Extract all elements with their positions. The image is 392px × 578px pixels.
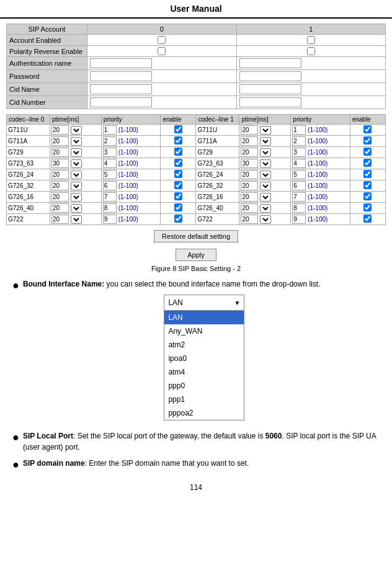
ptime2-input-2[interactable] [241, 148, 258, 157]
ptime2-select-6[interactable]: ▼ [260, 193, 271, 202]
account-enabled-cb1[interactable] [236, 35, 386, 46]
codec2-priority-8[interactable]: (1-100) [291, 214, 350, 225]
checkbox-account-enabled-1[interactable] [307, 36, 315, 44]
enable2-cb-4[interactable] [363, 170, 372, 178]
codec-priority-4[interactable]: (1-100) [101, 169, 161, 180]
ptime2-input-1[interactable] [241, 136, 258, 146]
codec2-priority-7[interactable]: (1-100) [291, 203, 350, 214]
codec2-ptime-0[interactable]: ▼ [239, 125, 291, 136]
polarity-cb0[interactable] [87, 46, 237, 57]
ptime2-select-8[interactable]: ▼ [260, 215, 271, 224]
dropdown-item-0[interactable]: LAN [164, 311, 244, 324]
enable-cb-3[interactable] [174, 159, 182, 167]
codec-priority-1[interactable]: (1-100) [101, 136, 161, 147]
cid-number-input0[interactable] [87, 96, 237, 109]
apply-button[interactable]: Apply [176, 249, 216, 261]
codec2-enable-0[interactable] [350, 125, 385, 136]
codec2-ptime-5[interactable]: ▼ [239, 180, 291, 192]
priority-input-8[interactable] [103, 215, 117, 224]
password-input1[interactable] [236, 70, 386, 83]
codec2-priority-6[interactable]: (1-100) [291, 192, 350, 203]
codec2-enable-8[interactable] [350, 214, 385, 225]
dropdown-item-4[interactable]: atm4 [164, 365, 244, 379]
ptime-select-1[interactable]: ▼ [71, 137, 82, 146]
priority2-input-3[interactable] [292, 159, 306, 168]
ptime2-input-0[interactable] [241, 125, 258, 135]
ptime-input-8[interactable] [51, 215, 69, 224]
enable2-cb-2[interactable] [363, 148, 372, 156]
enable2-cb-1[interactable] [363, 136, 372, 144]
enable-cb-8[interactable] [174, 215, 182, 223]
priority-input-0[interactable] [103, 125, 117, 135]
codec2-enable-3[interactable] [350, 158, 385, 169]
checkbox-polarity-1[interactable] [307, 47, 315, 55]
codec-priority-8[interactable]: (1-100) [101, 214, 161, 225]
ptime2-select-5[interactable]: ▼ [260, 182, 271, 190]
codec-ptime-5[interactable]: ▼ [50, 180, 102, 192]
dropdown-item-3[interactable]: ipoa0 [164, 352, 244, 365]
input-password-0[interactable] [90, 71, 152, 81]
codec2-enable-5[interactable] [350, 180, 385, 192]
codec2-enable-1[interactable] [350, 136, 385, 147]
codec-enable-0[interactable] [161, 125, 196, 136]
ptime-input-7[interactable] [51, 203, 69, 213]
priority2-input-1[interactable] [292, 136, 306, 146]
ptime2-input-8[interactable] [241, 215, 258, 224]
ptime-select-5[interactable]: ▼ [71, 182, 82, 190]
restore-default-button[interactable]: Restore default setting [154, 230, 238, 242]
codec-ptime-2[interactable]: ▼ [50, 147, 102, 158]
ptime-select-7[interactable]: ▼ [71, 204, 82, 213]
priority2-input-4[interactable] [292, 170, 306, 179]
codec2-priority-1[interactable]: (1-100) [291, 136, 350, 147]
enable-cb-1[interactable] [174, 136, 182, 144]
codec-priority-6[interactable]: (1-100) [101, 192, 161, 203]
codec2-enable-6[interactable] [350, 192, 385, 203]
codec2-ptime-8[interactable]: ▼ [239, 214, 291, 225]
ptime-select-8[interactable]: ▼ [71, 215, 82, 224]
auth-name-input1[interactable] [236, 57, 386, 70]
input-cid-name-0[interactable] [90, 84, 152, 94]
codec-enable-6[interactable] [161, 192, 196, 203]
ptime2-select-7[interactable]: ▼ [260, 204, 271, 213]
codec-enable-3[interactable] [161, 158, 196, 169]
ptime-input-2[interactable] [51, 148, 69, 157]
input-auth-name-1[interactable] [239, 58, 301, 68]
codec2-ptime-4[interactable]: ▼ [239, 169, 291, 180]
input-cid-number-1[interactable] [239, 97, 301, 107]
ptime-select-0[interactable]: ▼ [71, 126, 82, 135]
codec-enable-1[interactable] [161, 136, 196, 147]
priority2-input-2[interactable] [292, 148, 306, 157]
account-enabled-cb0[interactable] [87, 35, 237, 46]
checkbox-polarity-0[interactable] [158, 47, 166, 55]
codec-ptime-8[interactable]: ▼ [50, 214, 102, 225]
ptime-select-2[interactable]: ▼ [71, 148, 82, 157]
codec2-priority-4[interactable]: (1-100) [291, 169, 350, 180]
priority-input-6[interactable] [103, 192, 117, 202]
codec-ptime-3[interactable]: ▼ [50, 158, 102, 169]
priority2-input-0[interactable] [292, 125, 306, 135]
ptime-input-6[interactable] [51, 192, 69, 202]
codec-ptime-0[interactable]: ▼ [50, 125, 102, 136]
enable2-cb-8[interactable] [363, 215, 372, 223]
dropdown-item-1[interactable]: Any_WAN [164, 324, 244, 338]
enable-cb-4[interactable] [174, 170, 182, 178]
ptime-input-1[interactable] [51, 136, 69, 146]
ptime-select-3[interactable]: ▼ [71, 159, 82, 168]
codec2-ptime-7[interactable]: ▼ [239, 203, 291, 214]
dropdown-item-2[interactable]: atm2 [164, 338, 244, 352]
input-cid-name-1[interactable] [239, 84, 301, 94]
ptime-input-0[interactable] [51, 125, 69, 135]
input-auth-name-0[interactable] [90, 58, 152, 68]
enable-cb-6[interactable] [174, 192, 182, 200]
codec-priority-3[interactable]: (1-100) [101, 158, 161, 169]
ptime-select-6[interactable]: ▼ [71, 193, 82, 202]
ptime-input-4[interactable] [51, 170, 69, 179]
ptime2-input-6[interactable] [241, 192, 258, 202]
codec-enable-7[interactable] [161, 203, 196, 214]
codec-priority-0[interactable]: (1-100) [101, 125, 161, 136]
codec-enable-5[interactable] [161, 180, 196, 192]
dropdown-item-5[interactable]: ppp0 [164, 379, 244, 393]
codec2-ptime-6[interactable]: ▼ [239, 192, 291, 203]
ptime2-select-0[interactable]: ▼ [260, 126, 271, 135]
dropdown-item-7[interactable]: pppoa2 [164, 406, 244, 420]
